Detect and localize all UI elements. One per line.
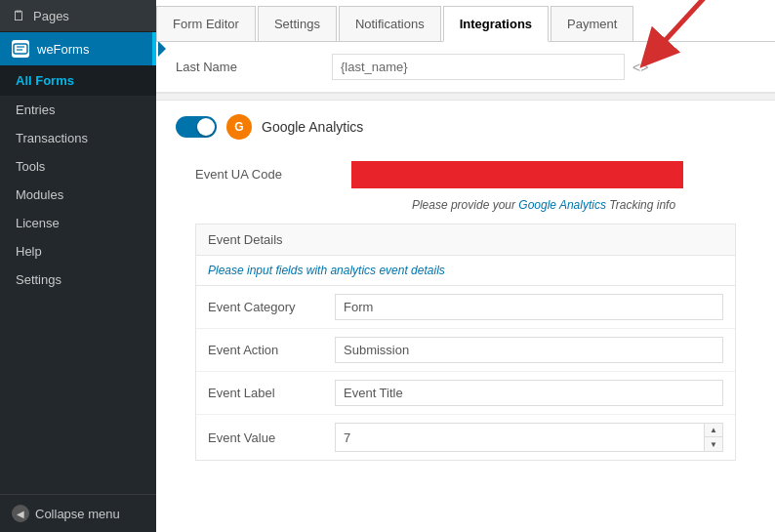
event-action-label: Event Action	[208, 343, 335, 357]
code-icon[interactable]: <>	[632, 60, 648, 75]
sidebar-pages-label: Pages	[33, 9, 69, 23]
collapse-icon: ◀	[12, 505, 29, 522]
event-value-wrap: ▲ ▼	[335, 423, 723, 452]
sidebar-item-entries[interactable]: Entries	[0, 96, 156, 124]
event-value-label: Event Value	[208, 430, 335, 445]
sidebar-transactions-label: Transactions	[16, 131, 88, 145]
sidebar-item-pages[interactable]: 🗒 Pages	[0, 0, 156, 32]
sidebar-help-label: Help	[16, 244, 42, 259]
separator	[156, 93, 775, 101]
sidebar-item-weforms[interactable]: weForms	[0, 32, 156, 65]
event-category-input[interactable]	[335, 294, 723, 320]
content-area: Last Name <> G Google Analytics	[156, 42, 775, 532]
last-name-input[interactable]	[332, 54, 625, 80]
sidebar-item-license[interactable]: License	[0, 209, 156, 237]
event-details-header: Event Details	[196, 225, 735, 256]
sidebar-item-settings[interactable]: Settings	[0, 266, 156, 294]
sidebar-item-tools[interactable]: Tools	[0, 152, 156, 181]
sidebar-settings-label: Settings	[16, 272, 61, 287]
tab-notifications[interactable]: Notifications	[339, 6, 441, 41]
tab-payment[interactable]: Payment	[551, 6, 633, 41]
ua-code-field	[351, 161, 736, 188]
sidebar-allforms[interactable]: All Forms	[0, 65, 156, 96]
sidebar-item-help[interactable]: Help	[0, 237, 156, 266]
ga-title: Google Analytics	[262, 119, 363, 135]
event-action-row: Event Action	[196, 329, 735, 372]
sidebar-tools-label: Tools	[16, 159, 45, 174]
ga-header: G Google Analytics	[176, 114, 755, 140]
sidebar-modules-label: Modules	[16, 187, 63, 202]
collapse-label: Collapse menu	[35, 507, 120, 521]
ga-toggle[interactable]	[176, 116, 217, 138]
ga-help-link[interactable]: Google Analytics	[518, 198, 606, 212]
sidebar-active-arrow	[158, 41, 166, 57]
tab-settings[interactable]: Settings	[258, 6, 337, 41]
spin-up-button[interactable]: ▲	[705, 424, 722, 437]
sidebar-entries-label: Entries	[16, 102, 55, 117]
tab-integrations[interactable]: Integrations	[443, 6, 549, 42]
ua-code-label: Event UA Code	[195, 161, 351, 182]
toggle-knob	[197, 118, 215, 136]
last-name-input-wrap: <>	[332, 54, 755, 80]
event-action-input[interactable]	[335, 337, 723, 363]
last-name-row: Last Name <>	[156, 42, 775, 93]
tab-form-editor[interactable]: Form Editor	[156, 6, 256, 41]
tab-bar: Form Editor Settings Notifications Integ…	[156, 0, 775, 42]
event-value-spinner: ▲ ▼	[704, 424, 722, 451]
collapse-menu-button[interactable]: ◀ Collapse menu	[0, 494, 156, 532]
last-name-label: Last Name	[176, 60, 332, 74]
svg-rect-0	[14, 44, 27, 54]
event-label-label: Event Label	[208, 386, 335, 400]
event-details-panel: Event Details Please input fields with a…	[195, 224, 736, 461]
ua-help-text: Please provide your Google Analytics Tra…	[176, 198, 755, 212]
event-category-row: Event Category	[196, 286, 735, 329]
event-value-row: Event Value ▲ ▼	[196, 415, 735, 460]
sidebar-weforms-label: weForms	[37, 42, 89, 57]
sidebar: 🗒 Pages weForms All Forms Entries Transa…	[0, 0, 156, 532]
event-label-input[interactable]	[335, 380, 723, 406]
sidebar-item-modules[interactable]: Modules	[0, 181, 156, 209]
sidebar-license-label: License	[16, 216, 60, 230]
spin-down-button[interactable]: ▼	[705, 437, 722, 451]
sidebar-item-transactions[interactable]: Transactions	[0, 124, 156, 152]
ua-code-input[interactable]	[351, 161, 683, 188]
event-category-label: Event Category	[208, 300, 335, 314]
google-analytics-section: G Google Analytics Event UA Code Please …	[156, 101, 775, 486]
event-value-input[interactable]	[336, 424, 704, 451]
ua-code-row: Event UA Code	[176, 155, 755, 194]
event-details-title: Event Details	[208, 232, 283, 247]
event-label-row: Event Label	[196, 372, 735, 415]
ga-icon: G	[226, 114, 252, 140]
main-content: Form Editor Settings Notifications Integ…	[156, 0, 775, 532]
event-details-note: Please input fields with analytics event…	[196, 256, 735, 286]
sidebar-allforms-label: All Forms	[16, 73, 74, 88]
weforms-logo-icon	[12, 40, 29, 58]
pages-icon: 🗒	[12, 8, 25, 23]
